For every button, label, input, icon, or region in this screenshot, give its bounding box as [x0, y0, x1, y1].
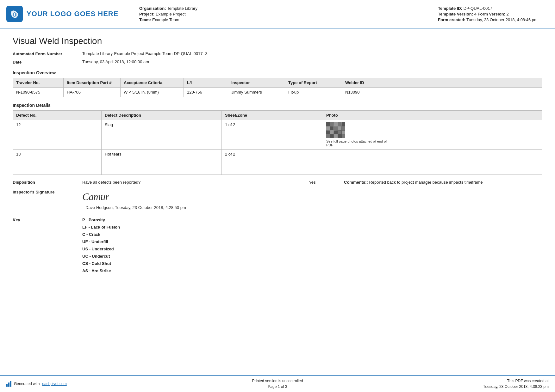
disposition-label: Disposition: [13, 180, 82, 185]
logo-icon: [6, 6, 23, 22]
team-field: Team: Example Team: [139, 17, 438, 22]
disposition-answer: Yes: [281, 180, 344, 185]
key-label: Key: [13, 217, 82, 222]
inspection-details-thead: Defect No. Defect Description Sheet/Zone…: [13, 111, 542, 120]
footer-right: This PDF was created at Tuesday, 23 Octo…: [422, 378, 549, 389]
col-sheet-zone: Sheet/Zone: [222, 111, 323, 120]
disposition-comments: Comments:: Reported back to project mana…: [344, 180, 542, 185]
photo-cell: See full page photos attached at end of …: [326, 122, 539, 147]
footer-generated-text: Generated with: [14, 382, 40, 386]
template-id-field: Template ID: DP-QUAL-0017: [438, 6, 549, 11]
project-label: Project:: [139, 12, 154, 16]
signature-label: Inspector's Signature: [13, 190, 82, 194]
photo-thumbnail: [326, 122, 345, 138]
key-row: Key P - PorosityLF - Lack of FusionC - C…: [13, 217, 542, 273]
col-traveler-no: Traveler No.: [13, 78, 64, 88]
footer-right-line1: This PDF was created at: [422, 378, 549, 384]
table-row: 12 Slag 1 of 2 See full page photos atta…: [13, 120, 542, 150]
form-created-label: Form created:: [438, 17, 465, 22]
template-id-label: Template ID:: [438, 6, 462, 11]
key-items: P - PorosityLF - Lack of FusionC - Crack…: [82, 217, 120, 273]
li-cell: 120-756: [184, 88, 228, 97]
inspection-overview-header-row: Traveler No. Item Description Part # Acc…: [13, 78, 542, 88]
col-defect-no: Defect No.: [13, 111, 102, 120]
logo-text: YOUR LOGO GOES HERE: [27, 10, 118, 18]
footer-center-line2: Page 1 of 3: [133, 384, 422, 389]
org-value: Template Library: [167, 6, 197, 11]
inspector-cell: Jimmy Summers: [228, 88, 285, 97]
org-label: Organisation:: [139, 6, 166, 11]
form-number-value: Template Library-Example Project-Example…: [82, 51, 542, 56]
page-header: YOUR LOGO GOES HERE Organisation: Templa…: [0, 0, 555, 28]
welder-id-cell: N13090: [342, 88, 542, 97]
type-report-cell: Fit-up: [285, 88, 342, 97]
defect-no-cell: 12: [13, 120, 102, 150]
key-item: P - Porosity: [82, 217, 120, 222]
photo-col-cell: [323, 150, 542, 175]
team-label: Team:: [139, 17, 151, 22]
inspection-details-table: Defect No. Defect Description Sheet/Zone…: [13, 110, 542, 175]
footer-center-line1: Printed version is uncontrolled: [133, 378, 422, 384]
date-row: Date Tuesday, 03 April 2018, 12:00:00 am: [13, 59, 542, 64]
inspection-details-title: Inspection Details: [13, 103, 542, 108]
photo-caption: See full page photos attached at end of …: [326, 139, 390, 147]
table-row: 13 Hot tears 2 of 2: [13, 150, 542, 175]
form-created-field: Form created: Tuesday, 23 October 2018, …: [438, 17, 549, 22]
header-center: Organisation: Template Library Project: …: [127, 3, 438, 25]
signature-signer: Dave Hodgson, Tuesday, 23 October 2018, …: [85, 205, 186, 210]
col-photo: Photo: [323, 111, 542, 120]
form-number-row: Automated Form Number Template Library-E…: [13, 51, 542, 56]
key-item: AS - Arc Strike: [82, 268, 120, 273]
template-version-label: Template Version:: [438, 12, 473, 16]
project-value: Example Project: [156, 12, 186, 16]
defect-desc-cell: Hot tears: [102, 150, 222, 175]
form-created-value: Tuesday, 23 October 2018, 4:08:46 pm: [466, 17, 538, 22]
photo-col-cell: See full page photos attached at end of …: [323, 120, 542, 150]
col-welder-id: Welder ID: [342, 78, 542, 88]
template-version-value: 4: [474, 12, 477, 16]
template-id-value: DP-QUAL-0017: [464, 6, 492, 11]
form-version-value: 2: [507, 12, 509, 16]
sheet-zone-cell: 2 of 2: [222, 150, 323, 175]
key-item: US - Undersized: [82, 247, 120, 251]
defect-no-cell: 13: [13, 150, 102, 175]
sheet-zone-cell: 1 of 2: [222, 120, 323, 150]
col-inspector: Inspector: [228, 78, 285, 88]
col-type-report: Type of Report: [285, 78, 342, 88]
col-acceptance: Acceptance Criteria: [121, 78, 184, 88]
inspection-overview-title: Inspection Overview: [13, 70, 542, 75]
disposition-comments-value: Reported back to project manager because…: [369, 180, 483, 185]
table-row: N-1090-8575 HA-706 W < 5/16 in. (8mm) 12…: [13, 88, 542, 97]
footer-left: Generated with dashpivot.com: [6, 381, 133, 387]
footer-link[interactable]: dashpivot.com: [42, 382, 66, 386]
inspection-overview-thead: Traveler No. Item Description Part # Acc…: [13, 78, 542, 88]
acceptance-cell: W < 5/16 in. (8mm): [121, 88, 184, 97]
key-item: CS - Cold Shut: [82, 261, 120, 266]
dashpivot-icon: [6, 381, 11, 387]
disposition-comments-label: Comments::: [344, 180, 368, 185]
signature-image: Camur: [82, 190, 186, 204]
project-field: Project: Example Project: [139, 12, 438, 16]
signature-row: Inspector's Signature Camur Dave Hodgson…: [13, 190, 542, 210]
col-defect-desc: Defect Description: [102, 111, 222, 120]
key-item: C - Crack: [82, 232, 120, 237]
footer-center: Printed version is uncontrolled Page 1 o…: [133, 378, 422, 389]
inspection-overview-table: Traveler No. Item Description Part # Acc…: [13, 78, 542, 97]
inspection-details-header-row: Defect No. Defect Description Sheet/Zone…: [13, 111, 542, 120]
page-title: Visual Weld Inspection: [13, 36, 542, 46]
key-item: UC - Undercut: [82, 254, 120, 259]
key-item: UF - Underfill: [82, 239, 120, 244]
date-value: Tuesday, 03 April 2018, 12:00:00 am: [82, 59, 542, 64]
form-number-label: Automated Form Number: [13, 51, 82, 56]
traveler-no-cell: N-1090-8575: [13, 88, 64, 97]
form-version-label: Form Version:: [478, 12, 505, 16]
main-content: Visual Weld Inspection Automated Form Nu…: [0, 28, 555, 279]
footer-right-line2: Tuesday, 23 October 2018, 4:38:23 pm: [422, 384, 549, 389]
team-value: Example Team: [152, 17, 179, 22]
inspection-details-tbody: 12 Slag 1 of 2 See full page photos atta…: [13, 120, 542, 175]
disposition-row: Disposition Have all defects been report…: [13, 180, 542, 185]
org-field: Organisation: Template Library: [139, 6, 438, 11]
col-li: L/I: [184, 78, 228, 88]
key-item: LF - Lack of Fusion: [82, 225, 120, 230]
logo-area: YOUR LOGO GOES HERE: [6, 3, 127, 25]
